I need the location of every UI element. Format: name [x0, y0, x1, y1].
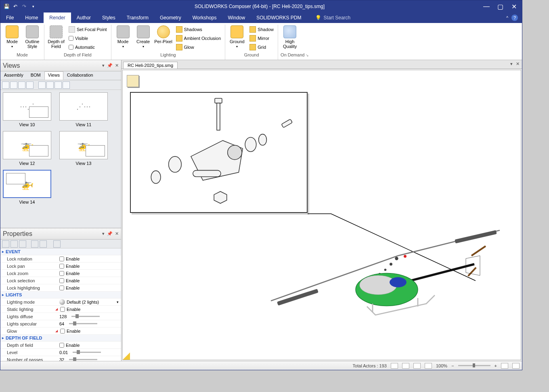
view-thumb[interactable]: 🚁View 12 [3, 131, 51, 166]
menu-workshops[interactable]: Workshops [187, 13, 222, 23]
section-event[interactable]: EVENT [0, 248, 121, 255]
collapse-ribbon-icon[interactable]: ^ [506, 16, 508, 20]
maximize-button[interactable]: ▢ [496, 3, 504, 10]
status-btn-3[interactable] [413, 363, 421, 369]
ground-button[interactable]: Ground▾ [228, 25, 246, 48]
arrows-icon[interactable] [19, 240, 26, 248]
properties-toolbar [0, 240, 121, 248]
capture-view-icon[interactable] [18, 81, 25, 89]
redo-icon[interactable]: ↷ [21, 3, 28, 10]
panel-options-icon[interactable]: ▾ [102, 231, 105, 236]
zoom-in-icon[interactable]: + [495, 363, 497, 368]
svg-point-7 [169, 156, 182, 172]
slider[interactable] [69, 359, 97, 360]
menu-pdm[interactable]: SOLIDWORKS PDM [251, 13, 307, 23]
start-search[interactable]: 💡Start Search [315, 13, 351, 23]
zoom-out-icon[interactable]: − [451, 363, 454, 368]
status-btn-2[interactable] [402, 363, 409, 369]
save-icon[interactable]: 💾 [3, 3, 10, 10]
close-button[interactable]: ✕ [510, 3, 518, 10]
document-tabs: RC Heli-2020_tips.smg ▾✕ [122, 60, 522, 69]
sort-icon[interactable] [10, 240, 18, 248]
ground-mirror-button[interactable]: Mirror [248, 34, 275, 42]
tab-assembly[interactable]: Assembly [0, 71, 27, 80]
ribbon-group-ondemand: High Quality On Demand ↘ [278, 25, 311, 60]
camera-1-icon[interactable] [38, 81, 46, 89]
tab-views[interactable]: Views [44, 71, 63, 80]
minimize-button[interactable]: — [482, 3, 490, 10]
properties-list[interactable]: EVENT Lock rotationEnable Lock panEnable… [0, 248, 121, 361]
status-btn-6[interactable] [512, 363, 520, 369]
svg-rect-1 [217, 103, 220, 130]
glow-button[interactable]: Glow [174, 43, 223, 51]
dof-visible-check[interactable]: Visible [67, 34, 109, 42]
high-quality-button[interactable]: High Quality [281, 25, 299, 49]
menu-window[interactable]: Window [222, 13, 251, 23]
tab-bom[interactable]: BOM [27, 71, 44, 80]
menu-render[interactable]: Render [44, 13, 71, 23]
tab-options-icon[interactable]: ▾ [510, 61, 513, 67]
brush-icon[interactable] [26, 81, 34, 89]
categorize-icon[interactable] [2, 240, 9, 248]
panel-pin-icon[interactable]: 📌 [107, 63, 113, 68]
view-thumb[interactable]: 🚁View 13 [59, 131, 108, 166]
document-tab[interactable]: RC Heli-2020_tips.smg [123, 62, 178, 69]
tab-close-icon[interactable]: ✕ [516, 61, 520, 67]
help-icon[interactable]: ? [511, 15, 518, 21]
status-btn-1[interactable] [391, 363, 398, 369]
chevron-down-icon[interactable]: ▾ [117, 300, 119, 304]
menu-home[interactable]: Home [19, 13, 44, 23]
viewport-overlay-button[interactable] [127, 75, 139, 87]
section-lights[interactable]: LIGHTS [0, 292, 121, 298]
panel-close-icon[interactable]: ✕ [115, 231, 119, 236]
view-thumb[interactable]: ⋰⋯View 11 [59, 92, 108, 127]
new-view-icon[interactable] [2, 81, 9, 89]
set-focal-point-button[interactable]: Set Focal Point [67, 25, 109, 33]
camera-4-icon[interactable] [63, 81, 70, 89]
prop-row: Lock rotationEnable [0, 255, 121, 263]
lighting-create-button[interactable]: Create▾ [134, 25, 153, 48]
panel-options-icon[interactable]: ▾ [102, 63, 105, 68]
viewport-corner-handle[interactable] [123, 352, 130, 360]
camera-3-icon[interactable] [54, 81, 62, 89]
svg-rect-3 [193, 170, 221, 177]
camera-2-icon[interactable] [46, 81, 54, 89]
grid-icon[interactable] [53, 240, 61, 248]
refresh-icon[interactable] [31, 240, 38, 248]
status-btn-4[interactable] [425, 363, 432, 369]
update-view-icon[interactable] [10, 81, 17, 89]
svg-point-27 [404, 255, 407, 258]
menu-styles[interactable]: Styles [96, 13, 121, 23]
slider[interactable] [71, 316, 100, 317]
ambient-occlusion-button[interactable]: Ambient Occlusion [174, 34, 223, 42]
shadows-button[interactable]: Shadows [174, 25, 223, 33]
depth-of-field-button[interactable]: Depth of Field [47, 25, 65, 49]
menu-geometry[interactable]: Geometry [154, 13, 187, 23]
wand-icon[interactable] [40, 240, 47, 248]
section-dof[interactable]: DEPTH OF FIELD [0, 335, 121, 342]
zoom-slider[interactable] [458, 365, 490, 366]
dialog-launcher-icon[interactable]: ↘ [306, 53, 309, 57]
ground-shadow-button[interactable]: Shadow [248, 25, 275, 33]
status-btn-5[interactable] [501, 363, 508, 369]
tab-collaboration[interactable]: Collaboration [63, 71, 97, 80]
dof-automatic-check[interactable]: Automatic [67, 43, 109, 51]
view-thumb-selected[interactable]: 🚁View 14 [3, 170, 51, 204]
mode-button[interactable]: Mode▾ [3, 25, 21, 48]
qat-dropdown-icon[interactable]: ▾ [29, 3, 37, 10]
lighting-mode-button[interactable]: Mode▾ [114, 25, 132, 48]
outline-style-button[interactable]: Outline Style [23, 25, 42, 49]
menu-author[interactable]: Author [71, 13, 96, 23]
menu-transform[interactable]: Transform [121, 13, 154, 23]
menu-file[interactable]: File [0, 13, 19, 23]
ground-grid-button[interactable]: Grid [248, 43, 275, 51]
panel-close-icon[interactable]: ✕ [115, 63, 119, 68]
viewport[interactable] [122, 70, 521, 360]
per-pixel-button[interactable]: Per-Pixel [154, 25, 173, 44]
view-thumb[interactable]: ⋯⋰View 10 [3, 92, 51, 127]
views-tabs: Assembly BOM Views Collaboration [0, 71, 121, 80]
panel-pin-icon[interactable]: 📌 [107, 231, 113, 236]
slider[interactable] [69, 323, 97, 324]
undo-icon[interactable]: ↶ [12, 3, 19, 10]
slider[interactable] [73, 352, 101, 353]
